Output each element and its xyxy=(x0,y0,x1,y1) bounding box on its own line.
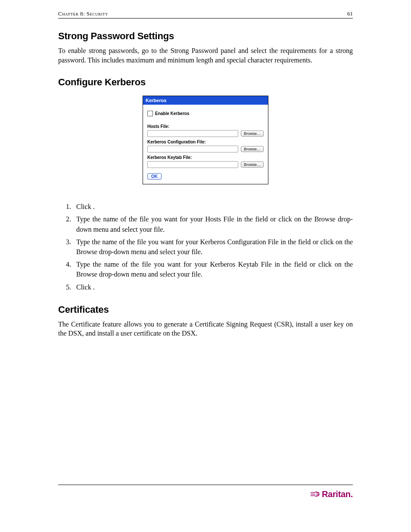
keytab-file-row: Browse… xyxy=(147,161,264,168)
keytab-file-label: Kerberos Keytab File: xyxy=(147,155,264,160)
keytab-browse-button[interactable]: Browse… xyxy=(241,162,264,168)
brand-text: Raritan. xyxy=(322,489,353,499)
page-number: 61 xyxy=(347,10,353,17)
config-browse-button[interactable]: Browse… xyxy=(241,146,264,152)
step-1: Click . xyxy=(73,202,353,212)
hosts-file-row: Browse… xyxy=(147,130,264,137)
chapter-label: Chapter 8: Security xyxy=(58,10,108,17)
kerberos-panel-body: Enable Kerberos Hosts File: Browse… Kerb… xyxy=(143,105,268,184)
kerberos-panel-title: Kerberos xyxy=(143,96,268,105)
page-header: Chapter 8: Security 61 xyxy=(58,10,353,19)
hosts-file-input[interactable] xyxy=(147,130,238,137)
ok-button[interactable]: OK xyxy=(147,173,162,180)
keytab-file-input[interactable] xyxy=(147,161,238,168)
enable-kerberos-checkbox[interactable] xyxy=(147,111,153,116)
step-5: Click . xyxy=(73,282,353,292)
paragraph-strong-password: To enable strong passwords, go to the St… xyxy=(58,46,353,65)
enable-kerberos-row: Enable Kerberos xyxy=(147,111,264,116)
config-file-input[interactable] xyxy=(147,146,238,152)
page-content: Chapter 8: Security 61 Strong Password S… xyxy=(0,0,411,508)
step-3: Type the name of the file you want for y… xyxy=(73,237,353,257)
kerberos-panel: Kerberos Enable Kerberos Hosts File: Bro… xyxy=(143,96,268,184)
paragraph-certificates: The Certificate feature allows you to ge… xyxy=(58,320,353,338)
hosts-file-label: Hosts File: xyxy=(147,124,264,129)
brand-logo: Raritan. xyxy=(311,489,353,499)
kerberos-steps: Click . Type the name of the file you wa… xyxy=(63,202,353,292)
page-footer: Raritan. xyxy=(58,485,353,499)
step-2: Type the name of the file you want for y… xyxy=(73,214,353,234)
heading-strong-password: Strong Password Settings xyxy=(58,31,353,42)
enable-kerberos-label: Enable Kerberos xyxy=(155,111,189,116)
heading-configure-kerberos: Configure Kerberos xyxy=(58,77,353,88)
config-file-row: Browse… xyxy=(147,146,264,152)
config-file-label: Kerberos Configuration File: xyxy=(147,140,264,144)
heading-certificates: Certificates xyxy=(58,304,353,315)
step-4: Type the name of the file you want for y… xyxy=(73,259,353,279)
raritan-logo-icon xyxy=(311,491,320,498)
kerberos-figure: Kerberos Enable Kerberos Hosts File: Bro… xyxy=(58,96,353,184)
hosts-browse-button[interactable]: Browse… xyxy=(241,131,264,137)
